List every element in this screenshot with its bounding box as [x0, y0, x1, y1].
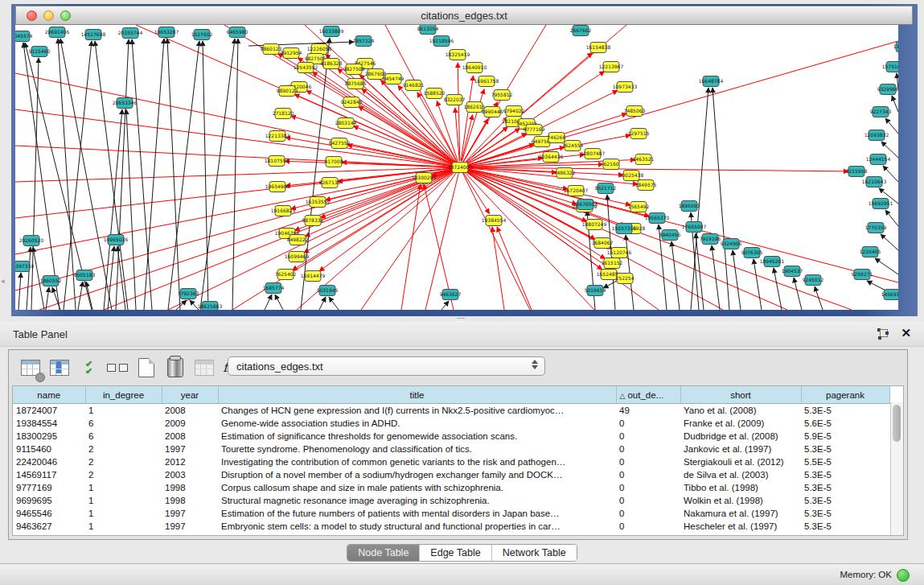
graph-node[interactable]: 1565492 [628, 202, 650, 212]
graph-node[interactable]: 10543592 [294, 63, 318, 73]
graph-node[interactable]: 9827508 [343, 64, 365, 75]
graph-node[interactable]: 8267130 [319, 178, 341, 188]
citation-edge-black[interactable] [441, 301, 449, 310]
graph-node[interactable]: 8875685 [345, 79, 367, 89]
graph-node[interactable]: 3684067 [592, 238, 614, 249]
citation-edge-red[interactable] [359, 106, 455, 164]
citation-edge-red[interactable] [361, 167, 460, 310]
table-selector-dropdown[interactable]: citations_edges.txt [228, 356, 545, 376]
graph-node[interactable]: 1588520 [424, 89, 446, 99]
graph-node[interactable]: 252254 [616, 274, 634, 284]
graph-node[interactable]: 12093832 [864, 130, 889, 141]
citation-edge-red[interactable] [460, 167, 852, 310]
graph-node[interactable]: 5019614 [585, 286, 606, 296]
graph-node[interactable]: 18945201 [760, 257, 785, 267]
graph-node[interactable]: 15692951 [869, 199, 893, 209]
graph-node[interactable]: 8498222 [287, 235, 309, 245]
column-header-year[interactable]: year [162, 386, 218, 404]
citation-edge-black[interactable] [275, 295, 283, 310]
graph-node[interactable]: 16961758 [474, 76, 499, 87]
graph-node[interactable]: 9890123 [277, 86, 298, 97]
tab-network-table[interactable]: Network Table [492, 545, 577, 561]
graph-node[interactable]: 16033809 [319, 27, 344, 37]
close-panel-icon[interactable]: ✕ [901, 326, 911, 340]
citation-edge-black[interactable] [319, 297, 326, 310]
citation-edge-black[interactable] [329, 297, 339, 310]
citation-edge-black[interactable] [733, 250, 741, 310]
graph-node[interactable]: 1527602 [191, 30, 213, 40]
graph-node[interactable]: 9259271 [852, 270, 873, 280]
graph-node[interactable]: 19654905 [265, 182, 290, 192]
graph-node[interactable]: 1849575 [635, 180, 657, 191]
graph-node[interactable]: 19218596 [429, 36, 454, 47]
graph-node[interactable]: 12213383 [265, 131, 290, 142]
graph-node[interactable]: 2045574 [15, 31, 33, 42]
graph-node[interactable]: 8860123 [261, 44, 282, 55]
citation-edge-black[interactable] [168, 41, 199, 310]
table-scrollbar[interactable] [890, 402, 903, 535]
table-row[interactable]: 1938455462009Genome-wide association stu… [13, 417, 889, 430]
citation-edge-black[interactable] [116, 39, 129, 310]
graph-node[interactable]: 8186328 [321, 59, 343, 69]
scrollbar-thumb[interactable] [893, 405, 901, 442]
graph-node[interactable]: 7919196 [700, 234, 721, 245]
citation-edge-black[interactable] [626, 235, 634, 310]
citation-edge-red[interactable] [39, 167, 460, 310]
graph-node[interactable]: 2803144 [335, 118, 357, 129]
graph-node[interactable]: 1031945 [317, 286, 339, 296]
citation-edge-black[interactable] [671, 241, 680, 310]
graph-node[interactable]: 20364436 [539, 152, 564, 163]
graph-node[interactable]: 8322037 [444, 95, 466, 105]
graph-node[interactable]: 20355744 [118, 28, 143, 39]
citation-edge-black[interactable] [892, 96, 898, 112]
graph-node[interactable]: 18300295 [412, 173, 437, 183]
citation-edge-black[interactable] [144, 39, 164, 310]
graph-node[interactable]: 1685774 [263, 283, 285, 294]
graph-node[interactable]: 417008 [325, 157, 343, 167]
graph-node[interactable]: 10973433 [613, 82, 638, 93]
graph-node[interactable]: 9777169 [524, 125, 545, 135]
column-header-short[interactable]: short [680, 386, 801, 404]
graph-node[interactable]: 15751074 [882, 62, 898, 72]
graph-node[interactable]: 20653346 [113, 98, 138, 109]
graph-node[interactable]: 10807487 [581, 149, 606, 159]
table-row[interactable]: 1456911722003Disruption of a novel membe… [13, 468, 889, 481]
graph-node[interactable]: 9463627 [440, 290, 462, 300]
graph-node[interactable]: 1895093 [679, 201, 700, 212]
citation-edge-red[interactable] [462, 89, 484, 162]
graph-node[interactable]: 9329966 [877, 84, 898, 95]
graph-node[interactable]: 1297515 [628, 129, 650, 139]
table-row[interactable]: 1830029562008Estimation of significance … [13, 430, 889, 443]
graph-node[interactable]: 746266 [548, 133, 566, 143]
graph-node[interactable]: 19965036 [104, 235, 129, 245]
citation-edge-black[interactable] [691, 88, 708, 310]
citation-edge-black[interactable] [167, 39, 180, 310]
graph-node[interactable]: 12444154 [866, 154, 891, 165]
graph-node[interactable]: 9245012 [803, 275, 824, 286]
column-header-name[interactable]: name [13, 386, 85, 404]
table-options-icon[interactable] [18, 356, 43, 380]
graph-node[interactable]: 62160 [603, 159, 619, 170]
select-rows-icon[interactable]: ✔✔ [76, 356, 101, 380]
citation-edge-black[interactable] [27, 247, 31, 310]
citation-edge-black[interactable] [86, 282, 92, 310]
graph-node[interactable]: 8454749 [383, 74, 405, 84]
column-header-pagerank[interactable]: pagerank [801, 386, 889, 404]
graph-node[interactable]: 10025438 [619, 171, 644, 181]
graph-node[interactable]: 18621663 [198, 302, 223, 311]
node-table[interactable]: namein_degreeyeartitle△out_de...shortpag… [13, 386, 890, 533]
graph-node[interactable]: 10653287 [154, 27, 179, 38]
citation-edge-red[interactable] [362, 89, 455, 163]
graph-node[interactable]: 1904537 [782, 266, 803, 277]
graph-node[interactable]: 18107554 [265, 156, 290, 167]
create-table-icon[interactable] [134, 356, 158, 380]
network-window-titlebar[interactable]: citations_edges.txt [15, 6, 913, 25]
graph-node[interactable]: 9242848 [341, 97, 363, 108]
citation-edge-black[interactable] [104, 109, 122, 310]
citation-edge-black[interactable] [52, 287, 60, 310]
table-row[interactable]: 946362711997Embryonic stem cells: a mode… [13, 520, 889, 533]
graph-node[interactable]: 19166825 [271, 206, 296, 216]
citation-edge-black[interactable] [265, 295, 272, 310]
table-row[interactable]: 911546021997Tourette syndrome. Phenomeno… [13, 443, 889, 455]
close-window-button[interactable] [27, 10, 37, 21]
